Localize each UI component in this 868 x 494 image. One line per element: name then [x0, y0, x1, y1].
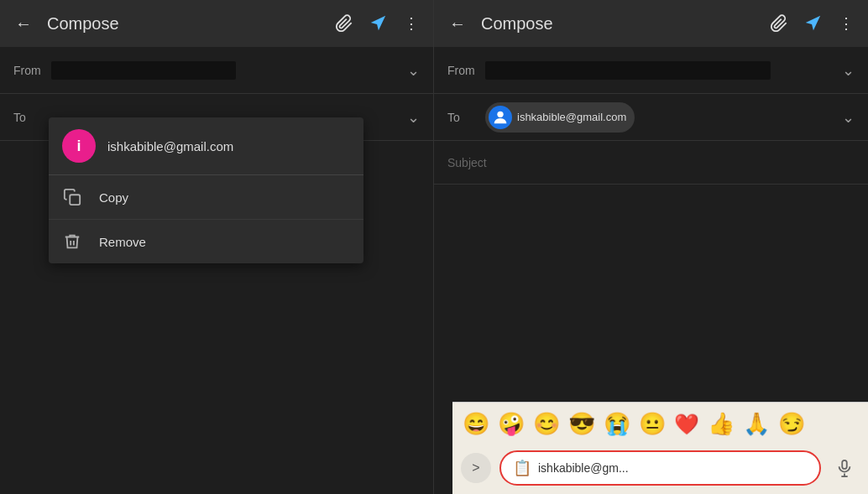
- copy-icon: [62, 187, 82, 207]
- context-email: ishkabible@gmail.com: [107, 139, 233, 153]
- right-compose-panel: ← Compose ⋮ From ⌄ To: [434, 0, 868, 494]
- right-to-row: To ishkabible@gmail.com ⌄: [434, 94, 868, 141]
- emoji-smile[interactable]: 😊: [533, 411, 560, 437]
- left-from-row: From ⌄: [0, 47, 433, 94]
- right-from-redacted: [485, 61, 771, 80]
- context-avatar: i: [62, 129, 96, 163]
- emoji-thumbsup[interactable]: 👍: [708, 411, 735, 437]
- svg-marker-0: [371, 16, 385, 30]
- recipient-chip[interactable]: ishkabible@gmail.com: [485, 102, 635, 133]
- svg-point-3: [497, 111, 503, 117]
- right-toolbar: ← Compose ⋮: [434, 0, 868, 47]
- paste-icon: 📋: [513, 459, 531, 477]
- subject-placeholder: Subject: [447, 156, 487, 169]
- right-from-label: From: [447, 64, 485, 77]
- emoji-cool[interactable]: 😎: [568, 411, 595, 437]
- trash-icon: [62, 231, 82, 252]
- left-from-redacted: [51, 61, 236, 80]
- right-to-content: ishkabible@gmail.com: [485, 102, 842, 133]
- right-back-button[interactable]: ←: [441, 7, 474, 40]
- paste-chip[interactable]: 📋 ishkabible@gm...: [499, 450, 821, 486]
- left-back-button[interactable]: ←: [7, 7, 40, 40]
- emoji-bar: 😄 🤪 😊 😎 😭 😐 ❤️ 👍 🙏 😏: [452, 403, 868, 445]
- copy-label: Copy: [99, 190, 128, 205]
- context-avatar-letter: i: [76, 138, 81, 155]
- emoji-neutral[interactable]: 😐: [639, 411, 666, 437]
- right-from-dropdown[interactable]: ⌄: [842, 61, 855, 80]
- recipient-email: ishkabible@gmail.com: [517, 111, 626, 123]
- right-send-icon[interactable]: [797, 8, 828, 39]
- emoji-wink[interactable]: 🤪: [498, 411, 525, 437]
- emoji-cry[interactable]: 😭: [604, 411, 630, 437]
- svg-marker-2: [806, 16, 820, 30]
- paste-text: ishkabible@gm...: [538, 461, 629, 475]
- left-more-icon[interactable]: ⋮: [396, 8, 426, 39]
- whatsapp-panel: 😄 🤪 😊 😎 😭 😐 ❤️ 👍 🙏 😏 > 📋 ishkabible@gm..…: [452, 402, 868, 494]
- left-send-icon[interactable]: [363, 8, 393, 39]
- emoji-pray[interactable]: 🙏: [743, 411, 770, 437]
- whatsapp-input-bar: > 📋 ishkabible@gm...: [452, 445, 868, 494]
- recipient-avatar: [489, 106, 512, 129]
- svg-rect-4: [842, 460, 847, 469]
- right-from-content: [485, 61, 842, 80]
- left-compose-title: Compose: [47, 14, 329, 34]
- emoji-smirk[interactable]: 😏: [778, 411, 805, 437]
- left-attach-icon[interactable]: [329, 8, 359, 39]
- right-more-icon[interactable]: ⋮: [831, 8, 861, 39]
- copy-menu-item[interactable]: Copy: [49, 175, 363, 220]
- right-toolbar-icons: ⋮: [764, 8, 861, 39]
- left-compose-panel: ← Compose ⋮ From ⌄ To ⌄: [0, 0, 434, 494]
- right-to-label: To: [447, 111, 485, 124]
- emoji-heart[interactable]: ❤️: [674, 413, 699, 436]
- right-attach-icon[interactable]: [764, 8, 794, 39]
- svg-rect-1: [70, 195, 80, 205]
- remove-menu-item[interactable]: Remove: [49, 220, 363, 263]
- left-to-label: To: [13, 111, 51, 124]
- emoji-laugh[interactable]: 😄: [463, 411, 489, 437]
- left-toolbar: ← Compose ⋮: [0, 0, 433, 47]
- left-from-dropdown[interactable]: ⌄: [407, 61, 420, 80]
- left-from-label: From: [13, 64, 51, 77]
- right-from-row: From ⌄: [434, 47, 868, 94]
- remove-label: Remove: [99, 235, 146, 249]
- chevron-button[interactable]: >: [461, 453, 491, 483]
- right-compose-title: Compose: [481, 14, 764, 34]
- left-from-content: [51, 61, 407, 80]
- context-menu-header: i ishkabible@gmail.com: [49, 117, 363, 175]
- right-to-dropdown[interactable]: ⌄: [842, 108, 855, 127]
- right-subject-row[interactable]: Subject: [434, 141, 868, 185]
- left-toolbar-icons: ⋮: [329, 8, 426, 39]
- left-to-dropdown[interactable]: ⌄: [407, 108, 420, 127]
- mic-button[interactable]: [829, 453, 860, 483]
- context-menu: i ishkabible@gmail.com Copy: [49, 117, 363, 263]
